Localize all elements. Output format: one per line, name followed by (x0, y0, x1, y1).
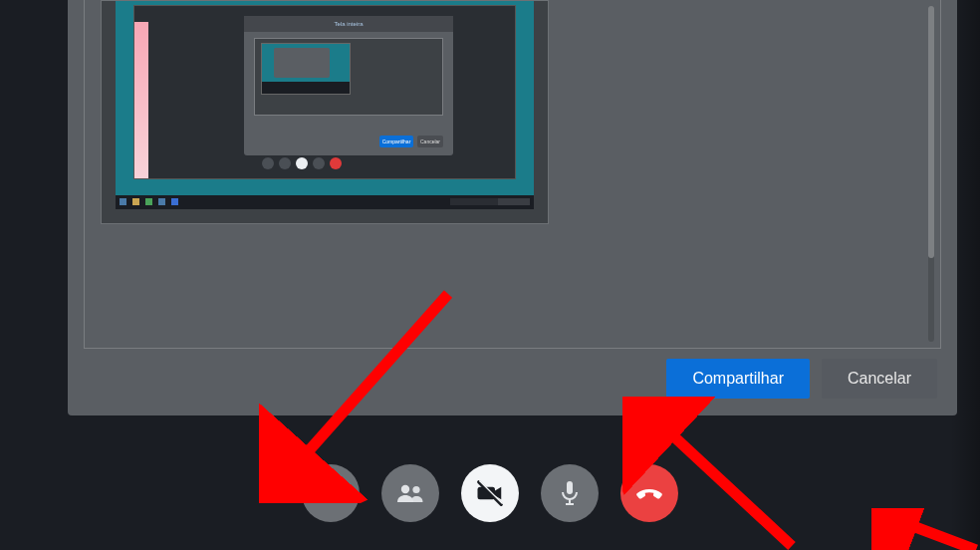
thumbnail-mini-call-controls (262, 157, 342, 169)
screen-share-icon (318, 480, 344, 506)
svg-point-3 (412, 486, 419, 493)
thumbnail-taskbar (116, 195, 534, 209)
thumbnail-nested-cancel-button: Cancelar (417, 136, 443, 147)
camera-off-icon (475, 478, 505, 508)
mini-camera-icon (296, 157, 308, 169)
share-preview-thumbnail[interactable]: Tela inteira Compartilhar Cancelar (101, 0, 549, 224)
scrollbar-thumb[interactable] (928, 6, 934, 258)
mini-hangup-icon (330, 157, 342, 169)
screen-share-button[interactable] (302, 464, 360, 522)
thumbnail-nested-buttons: Compartilhar Cancelar (379, 136, 443, 147)
svg-rect-6 (567, 481, 573, 494)
mini-participants-icon (279, 157, 291, 169)
thumbnail-desktop: Tela inteira Compartilhar Cancelar (116, 1, 534, 209)
camera-button[interactable] (461, 464, 519, 522)
share-options-area: Tela inteira Compartilhar Cancelar (84, 0, 941, 349)
thumbnail-window: Tela inteira Compartilhar Cancelar (133, 5, 516, 179)
thumbnail-nested-body (254, 38, 443, 116)
cancel-button[interactable]: Cancelar (822, 359, 937, 399)
mini-mic-icon (313, 157, 325, 169)
thumbnail-nested-tab: Tela inteira (244, 16, 453, 32)
thumbnail-recursive-dialog (274, 48, 330, 78)
share-button[interactable]: Compartilhar (666, 359, 810, 399)
hangup-icon (633, 477, 665, 509)
dialog-button-row: Compartilhar Cancelar (666, 359, 937, 399)
thumbnail-nested-share-button: Compartilhar (379, 136, 413, 147)
participants-button[interactable] (381, 464, 439, 522)
participants-icon (395, 480, 425, 506)
share-screen-dialog: Tela inteira Compartilhar Cancelar (68, 0, 957, 415)
thumbnail-sidebar (134, 22, 148, 178)
thumbnail-taskbar-tray (450, 198, 530, 205)
hangup-button[interactable] (620, 464, 678, 522)
microphone-icon (558, 479, 582, 507)
svg-rect-1 (326, 483, 341, 496)
call-controls-bar (302, 464, 678, 522)
svg-point-2 (401, 485, 409, 493)
thumbnail-nested-dialog: Tela inteira Compartilhar Cancelar (244, 16, 453, 155)
mini-share-icon (262, 157, 274, 169)
share-options-scrollbar[interactable] (928, 6, 934, 342)
microphone-button[interactable] (541, 464, 599, 522)
thumbnail-taskbar-icons (120, 198, 178, 205)
thumbnail-recursive-preview (261, 43, 351, 95)
